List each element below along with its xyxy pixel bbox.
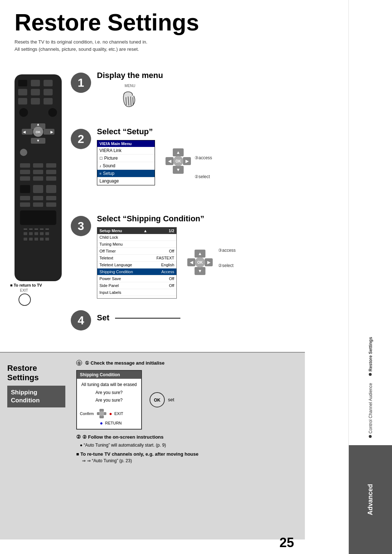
remote-control: OK ▲ ▼ ◀ ▶ [11, 71, 65, 290]
check-title: ① ① Check the message and initialise [76, 360, 294, 366]
svg-text:OK: OK [36, 130, 41, 134]
step4-number: 4 [71, 310, 91, 331]
svg-point-57 [19, 294, 30, 305]
retune-title: ■ To re-tune TV channels only, e.g. afte… [76, 451, 294, 457]
svg-rect-6 [44, 89, 53, 95]
step1-area: 1 Display the menu MENU [71, 71, 163, 107]
setup-item-childlock: Child Lock [97, 234, 176, 241]
svg-text:▲: ▲ [198, 251, 202, 256]
svg-rect-9 [44, 98, 53, 104]
sidebar-top: Control Channel Audience Restore Setting… [349, 0, 392, 445]
svg-rect-5 [31, 89, 40, 95]
svg-rect-35 [20, 196, 30, 200]
right-sidebar: Control Channel Audience Restore Setting… [348, 0, 392, 554]
svg-text:OK: OK [176, 159, 181, 163]
svg-rect-2 [31, 80, 40, 86]
step2-area: 2 Select “Setup” VIEfA Main Menu VIERA L… [71, 127, 212, 185]
svg-rect-52 [24, 238, 27, 241]
svg-text:▼: ▼ [176, 167, 180, 172]
setup-item-inputlabels: Input Labels [97, 289, 176, 296]
ok-set-button: OK [149, 392, 165, 408]
retune-item: ⇒ ⇒ “Auto Tuning” (p. 23) [82, 458, 294, 463]
setup-menu-box: Setup Menu ▲ 1/2 Child Lock Tuning Menu … [97, 227, 177, 299]
setup-item-shipping: Shipping ConditionAccess [97, 268, 176, 275]
svg-text:▲: ▲ [176, 150, 180, 155]
exit-label-remote: EXIT [20, 288, 28, 292]
step3-area: 3 Select “Shipping Condition” Setup Menu… [71, 214, 215, 299]
step3-nav-area: ▲ ▼ ◀ ▶ OK ③access ②select [185, 248, 215, 278]
setup-item-offtimer: Off TimerOff [97, 248, 176, 255]
svg-rect-55 [40, 238, 44, 241]
svg-rect-56 [45, 238, 49, 241]
svg-rect-43 [29, 229, 33, 230]
svg-text:▶: ▶ [185, 159, 189, 164]
svg-rect-46 [45, 229, 49, 230]
svg-rect-25 [46, 163, 56, 168]
svg-point-11 [48, 108, 57, 117]
svg-rect-51 [45, 232, 49, 235]
bottom-right-content: ① ① Check the message and initialise Shi… [73, 353, 305, 471]
svg-text:▲: ▲ [36, 122, 40, 126]
svg-text:▼: ▼ [36, 139, 40, 143]
sidebar-dot-1 [369, 435, 372, 438]
step3-number: 3 [71, 216, 91, 236]
svg-line-61 [133, 97, 133, 105]
svg-rect-29 [20, 176, 30, 181]
svg-text:▶: ▶ [207, 260, 211, 265]
setup-item-teletextlang: Teletext LanguageEnglish [97, 262, 176, 268]
menu-item-sound: ♪ Sound [97, 162, 155, 170]
svg-point-87 [99, 411, 104, 416]
step3-title: Select “Shipping Condition” [97, 214, 215, 223]
svg-text:◀: ◀ [23, 130, 26, 134]
svg-rect-49 [34, 232, 38, 235]
svg-rect-27 [33, 170, 43, 174]
menu-item-language: Language [97, 177, 155, 185]
svg-text:◀: ◀ [168, 159, 172, 164]
svg-point-22 [20, 149, 27, 156]
svg-line-62 [126, 97, 126, 105]
bullet1-item: ● “Auto Tuning” will automatically start… [80, 443, 294, 448]
step4-area: 4 Set [71, 308, 180, 331]
svg-rect-3 [44, 80, 53, 86]
menu-label: MENU [124, 84, 135, 88]
step2-nav-dpad: ▲ ▼ ◀ ▶ OK [164, 147, 193, 176]
svg-rect-8 [31, 98, 40, 104]
step2-nav-labels: ③access ②select [195, 155, 212, 179]
step4-title: Set [97, 313, 180, 323]
step2-title: Select “Setup” [97, 127, 212, 136]
svg-rect-33 [33, 185, 43, 193]
main-content: Restore Settings Resets the TV to its or… [0, 0, 348, 554]
shipping-box-body: All tuning data will be erased Are you s… [77, 379, 141, 407]
subtitle: Resets the TV to its original condition,… [15, 38, 334, 53]
svg-rect-37 [46, 196, 56, 200]
confirm-area: Confirm ● EXIT [80, 408, 138, 419]
svg-text:▶: ▶ [50, 130, 53, 134]
setup-item-powersave: Power SaveOff [97, 275, 176, 282]
svg-rect-47 [24, 232, 27, 235]
svg-rect-4 [18, 89, 27, 95]
svg-rect-1 [18, 80, 27, 86]
svg-rect-36 [33, 196, 43, 200]
svg-rect-53 [29, 238, 33, 241]
confirm-row: Confirm ● EXIT ● [77, 407, 141, 429]
step3-nav-labels: ③access ②select [218, 248, 236, 268]
svg-rect-7 [18, 98, 27, 104]
svg-text:▼: ▼ [198, 268, 202, 274]
setup-item-sidepanel: Side PanelOff [97, 282, 176, 289]
svg-rect-28 [46, 170, 56, 174]
svg-text:OK: OK [154, 398, 160, 403]
sidebar-label-control: Control Channel Audience [368, 383, 373, 434]
sidebar-label-restore: Restore Settings [368, 337, 373, 371]
svg-rect-54 [34, 238, 38, 241]
sidebar-item-control-channel: Control Channel Audience [368, 383, 373, 438]
confirm-dpad-icon [96, 408, 107, 419]
svg-rect-50 [40, 232, 44, 235]
svg-rect-41 [20, 210, 56, 225]
page-number: 25 [279, 535, 294, 550]
svg-rect-31 [46, 176, 56, 181]
svg-text:◀: ◀ [190, 260, 193, 265]
sidebar-item-restore: Restore Settings [368, 337, 373, 376]
svg-text:OK: OK [197, 260, 203, 264]
main-menu-box: VIEfA Main Menu VIERA Link ☐ Picture ♪ S… [97, 140, 155, 185]
step1-title: Display the menu [97, 71, 163, 80]
